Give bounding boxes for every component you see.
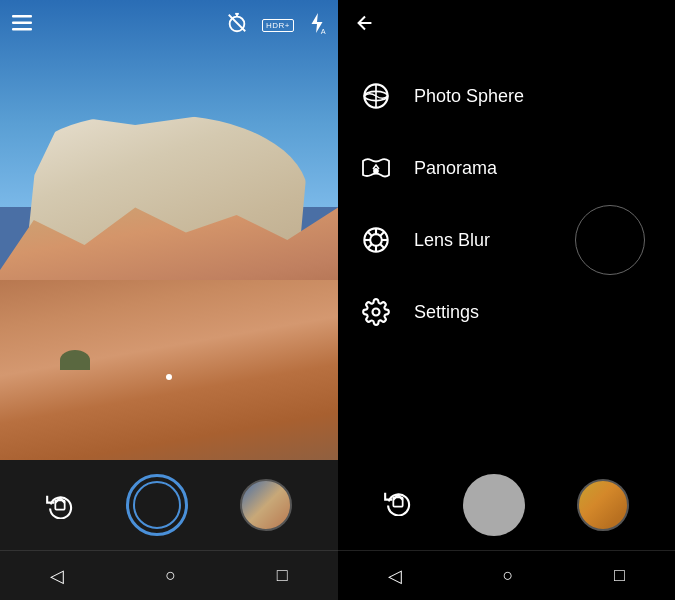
rock-bottom	[0, 280, 338, 460]
svg-rect-2	[12, 28, 32, 31]
camera-mode-menu: Photo Sphere Panorama	[338, 50, 675, 460]
mode-indicator-dot	[166, 374, 172, 380]
svg-text:A: A	[321, 27, 326, 34]
shutter-button[interactable]	[126, 474, 188, 536]
right-nav-bar: ◁ ○ □	[338, 550, 675, 600]
lens-blur-circle-decoration	[575, 205, 645, 275]
panorama-label: Panorama	[414, 158, 497, 179]
camera-toolbar: HDR+ A	[0, 0, 338, 50]
panorama-icon	[358, 150, 394, 186]
shutter-inner-ring	[133, 481, 181, 529]
rock-formation	[0, 115, 338, 460]
left-panel: HDR+ A	[0, 0, 338, 600]
menu-item-panorama[interactable]: Panorama	[338, 132, 675, 204]
svg-point-23	[373, 309, 380, 316]
shrubs	[60, 350, 90, 370]
right-panel: Photo Sphere Panorama	[338, 0, 675, 600]
svg-rect-1	[12, 21, 32, 24]
menu-item-settings[interactable]: Settings	[338, 276, 675, 348]
rotate-camera-button[interactable]	[46, 491, 74, 519]
hdr-plus-icon[interactable]: HDR+	[262, 19, 294, 32]
recent-nav-button[interactable]: □	[277, 565, 288, 586]
svg-line-21	[380, 232, 384, 236]
right-recent-nav[interactable]: □	[614, 565, 625, 586]
right-controls-bar	[338, 460, 675, 550]
camera-viewfinder: HDR+ A	[0, 0, 338, 460]
svg-line-20	[380, 244, 384, 248]
right-gallery-thumbnail[interactable]	[577, 479, 629, 531]
svg-point-12	[374, 169, 378, 173]
lens-blur-label: Lens Blur	[414, 230, 490, 251]
back-nav-button[interactable]: ◁	[50, 565, 64, 587]
right-panel-header	[338, 0, 675, 50]
hdr-label: HDR+	[266, 21, 290, 30]
menu-icon[interactable]	[12, 15, 32, 36]
menu-item-lens-blur[interactable]: Lens Blur	[338, 204, 675, 276]
svg-line-19	[368, 232, 372, 236]
left-nav-bar: ◁ ○ □	[0, 550, 338, 600]
right-rotate-camera-button[interactable]	[384, 488, 412, 522]
gallery-thumbnail[interactable]	[240, 479, 292, 531]
camera-controls-bar	[0, 460, 338, 550]
right-home-nav[interactable]: ○	[503, 565, 514, 586]
back-button[interactable]	[354, 12, 376, 39]
flash-auto-icon[interactable]: A	[308, 12, 326, 38]
svg-rect-0	[12, 15, 32, 18]
right-back-nav[interactable]: ◁	[388, 565, 402, 587]
lens-blur-icon	[358, 222, 394, 258]
timer-off-icon[interactable]	[226, 12, 248, 38]
home-nav-button[interactable]: ○	[165, 565, 176, 586]
settings-icon	[358, 294, 394, 330]
photo-sphere-icon	[358, 78, 394, 114]
right-shutter-button[interactable]	[463, 474, 525, 536]
photo-sphere-label: Photo Sphere	[414, 86, 524, 107]
toolbar-right: HDR+ A	[226, 12, 326, 38]
svg-line-22	[368, 244, 372, 248]
settings-label: Settings	[414, 302, 479, 323]
menu-item-photo-sphere[interactable]: Photo Sphere	[338, 60, 675, 132]
